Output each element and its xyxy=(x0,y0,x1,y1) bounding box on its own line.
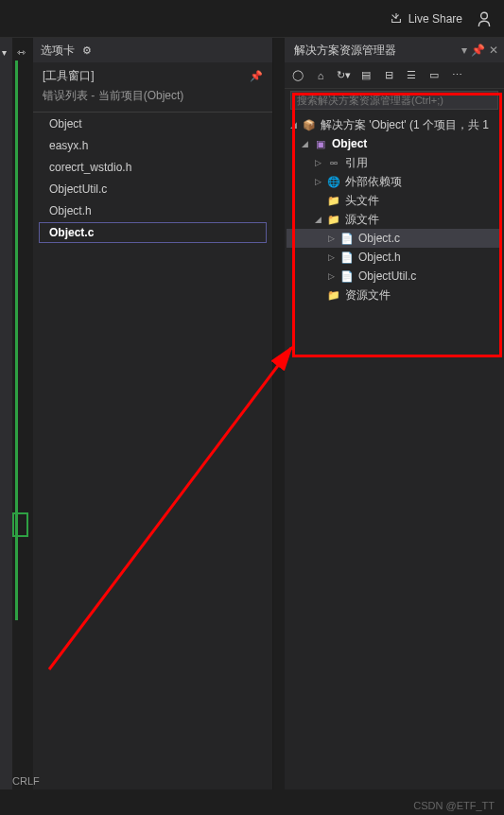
expand-icon[interactable]: ◢ xyxy=(300,139,309,148)
dropdown-icon[interactable]: ▾ xyxy=(2,47,7,58)
pin-icon[interactable]: 📌 xyxy=(250,70,263,82)
expand-icon[interactable]: ▷ xyxy=(313,177,322,186)
expand-icon[interactable]: ▷ xyxy=(313,158,322,167)
tree-node[interactable]: ▷📄ObjectUtil.c xyxy=(287,267,502,286)
document-item[interactable]: Object.c xyxy=(39,222,267,243)
node-label: 头文件 xyxy=(345,193,379,209)
solution-title: 解决方案资源管理器 xyxy=(294,43,396,59)
document-item[interactable]: easyx.h xyxy=(39,135,267,156)
document-list: Objecteasyx.hcorecrt_wstdio.hObjectUtil.… xyxy=(33,113,272,243)
solution-explorer-panel: 解决方案资源管理器 ▾ 📌 ✕ ◯ ⌂ ↻▾ ▤ ⊟ ☰ ▭ ⋯ ◢📦解决方案 … xyxy=(285,38,504,789)
expand-icon[interactable]: ▷ xyxy=(326,271,336,281)
node-icon: ▣ xyxy=(313,138,328,150)
share-icon xyxy=(390,12,403,26)
node-label: ObjectUtil.c xyxy=(358,269,416,283)
node-label: 引用 xyxy=(345,155,368,171)
collapse-icon[interactable]: ⊟ xyxy=(381,68,396,83)
tree-node[interactable]: ▷📄Object.c xyxy=(287,229,502,248)
preview-icon[interactable]: ▭ xyxy=(426,68,442,83)
live-share-button[interactable]: Live Share xyxy=(390,12,462,26)
line-ending-label: CRLF xyxy=(12,775,40,787)
editor-gutter: ⇿ CRLF xyxy=(12,38,33,789)
tool-window-row[interactable]: [工具窗口] 📌 xyxy=(33,62,272,86)
tree-node[interactable]: 📁头文件 xyxy=(287,191,502,210)
properties-icon[interactable]: ☰ xyxy=(404,68,419,83)
pin-icon[interactable]: 📌 xyxy=(471,43,485,57)
back-icon[interactable]: ◯ xyxy=(290,68,305,83)
node-icon: 📦 xyxy=(302,119,317,131)
expand-icon[interactable]: ▷ xyxy=(326,234,336,243)
tool-window-label: [工具窗口] xyxy=(43,68,95,84)
expand-icon[interactable]: ◢ xyxy=(288,120,298,130)
search-row xyxy=(285,89,504,112)
tree-node[interactable]: 📁资源文件 xyxy=(287,286,502,304)
main-area: ▾ ⇿ CRLF 选项卡 ⚙ [工具窗口] 📌 错误列表 - 当前项目(Obje… xyxy=(0,38,504,789)
tabs-panel: 选项卡 ⚙ [工具窗口] 📌 错误列表 - 当前项目(Object) Objec… xyxy=(33,38,273,789)
tree-node[interactable]: ▷📄Object.h xyxy=(287,248,502,267)
show-all-icon[interactable]: ▤ xyxy=(358,68,374,83)
pin-icon[interactable]: ⇿ xyxy=(17,46,26,59)
selection-indicator xyxy=(12,512,28,537)
solution-tree: ◢📦解决方案 'Object' (1 个项目，共 1◢▣Object▷▫▫引用▷… xyxy=(285,112,504,789)
node-label: Object.c xyxy=(358,232,400,245)
tree-node[interactable]: ▷🌐外部依赖项 xyxy=(287,172,502,191)
node-icon: 📁 xyxy=(326,289,341,302)
watermark: CSDN @ETF_TT xyxy=(413,800,495,811)
close-icon[interactable]: ✕ xyxy=(489,43,498,57)
node-icon: 📁 xyxy=(326,195,341,207)
node-icon: 📁 xyxy=(326,214,341,226)
solution-header: 解决方案资源管理器 ▾ 📌 ✕ xyxy=(285,38,504,62)
node-icon: 📄 xyxy=(339,251,355,264)
tree-node[interactable]: ◢📁源文件 xyxy=(287,210,502,229)
node-label: Object.h xyxy=(358,251,401,264)
document-item[interactable]: Object.h xyxy=(39,200,267,221)
node-icon: ▫▫ xyxy=(326,157,341,168)
tree-node[interactable]: ◢▣Object xyxy=(287,134,502,153)
panel-controls: ▾ 📌 ✕ xyxy=(461,43,498,57)
sync-icon[interactable]: ↻▾ xyxy=(336,68,351,83)
node-icon: 🌐 xyxy=(326,176,341,188)
error-list-label: 错误列表 - 当前项目(Object) xyxy=(43,89,183,102)
node-label: 解决方案 'Object' (1 个项目，共 1 xyxy=(321,117,489,133)
document-item[interactable]: ObjectUtil.c xyxy=(39,179,267,199)
more-icon[interactable]: ⋯ xyxy=(449,68,464,83)
home-icon[interactable]: ⌂ xyxy=(313,68,328,83)
tabs-title: 选项卡 xyxy=(41,43,75,59)
svg-point-0 xyxy=(481,12,488,19)
node-label: 资源文件 xyxy=(345,287,391,303)
search-input[interactable] xyxy=(290,91,498,110)
document-item[interactable]: Object xyxy=(39,113,267,134)
dropdown-icon[interactable]: ▾ xyxy=(461,43,467,57)
live-share-label: Live Share xyxy=(408,12,462,26)
solution-toolbar: ◯ ⌂ ↻▾ ▤ ⊟ ☰ ▭ ⋯ xyxy=(285,62,504,89)
top-bar: Live Share xyxy=(0,0,504,38)
error-list-row[interactable]: 错误列表 - 当前项目(Object) xyxy=(33,86,272,113)
expand-icon[interactable]: ▷ xyxy=(326,252,336,262)
person-icon[interactable] xyxy=(476,10,493,27)
node-label: Object xyxy=(332,137,367,150)
tree-node[interactable]: ◢📦解决方案 'Object' (1 个项目，共 1 xyxy=(287,115,502,134)
document-item[interactable]: corecrt_wstdio.h xyxy=(39,157,267,178)
node-icon: 📄 xyxy=(339,233,355,245)
tree-node[interactable]: ▷▫▫引用 xyxy=(287,153,502,172)
panel-spacer xyxy=(273,38,285,789)
gear-icon[interactable]: ⚙ xyxy=(82,44,92,57)
node-icon: 📄 xyxy=(339,270,355,283)
expand-icon[interactable]: ◢ xyxy=(313,215,322,224)
node-label: 源文件 xyxy=(345,212,379,228)
node-label: 外部依赖项 xyxy=(345,174,402,190)
left-gutter: ▾ xyxy=(0,38,12,789)
tabs-header: 选项卡 ⚙ xyxy=(33,38,272,62)
